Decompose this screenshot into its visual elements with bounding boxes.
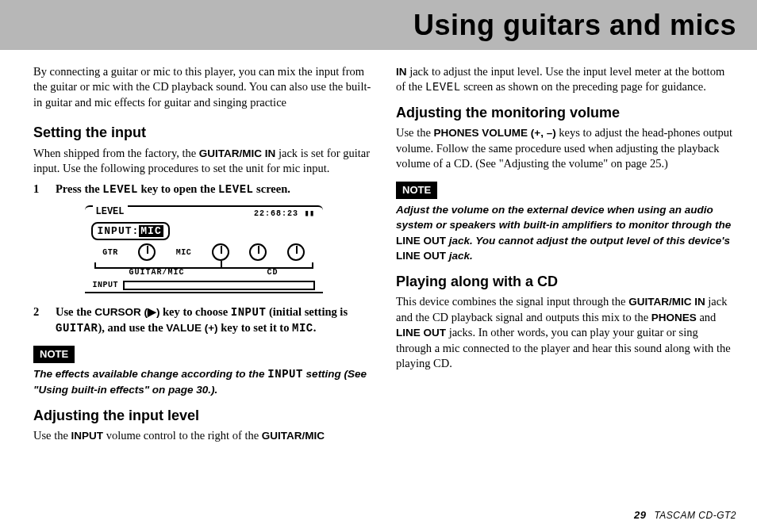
text: This device combines the signal input th… — [396, 295, 628, 308]
step-text: Use the CURSOR (▶) key to choose INPUT (… — [56, 304, 374, 336]
param-label: INPUT — [267, 368, 303, 381]
content-columns: By connecting a guitar or mic to this pl… — [0, 64, 757, 449]
lcd-time: 22:68:23 — [254, 209, 298, 218]
text: Use the — [56, 305, 94, 318]
value-label: GUITAR — [56, 322, 98, 335]
setting-input-paragraph: When shipped from the factory, the GUITA… — [33, 146, 374, 177]
dial-icon — [212, 243, 229, 261]
param-label: INPUT — [231, 306, 267, 319]
intro-paragraph: By connecting a guitar or mic to this pl… — [33, 64, 374, 111]
text: Adjust the volume on the external device… — [396, 204, 731, 232]
key-label: VALUE (+) — [166, 322, 217, 334]
page-header-bar: Using guitars and mics — [0, 0, 757, 50]
heading-adjust-input-level: Adjusting the input level — [33, 406, 374, 425]
lcd-level-meter — [123, 281, 314, 290]
jack-label: GUITAR/MIC IN — [628, 296, 705, 308]
text: Use the — [33, 429, 71, 442]
jack-label: GUITAR/MIC — [262, 430, 325, 442]
steps-list: 1 Press the LEVEL key to open the LEVEL … — [33, 182, 374, 197]
text: (initial setting is — [266, 305, 348, 318]
key-label: CURSOR (▶) — [94, 306, 159, 318]
continuation-paragraph: IN jack to adjust the input level. Use t… — [396, 64, 736, 95]
text: Press the — [56, 182, 102, 195]
text: screen. — [253, 182, 290, 195]
lcd-input-field: INPUT:MIC — [91, 222, 170, 241]
note-body: The effects available change according t… — [33, 366, 374, 398]
text: and — [697, 311, 717, 323]
text: The effects available change according t… — [33, 368, 267, 380]
battery-icon: ▮▮ — [304, 209, 314, 218]
text: key to set it to — [218, 321, 292, 334]
lcd-title: LEVEL — [93, 205, 128, 218]
screen-label: LEVEL — [425, 81, 461, 94]
lcd-screenshot: LEVEL 22:68:23 ▮▮ INPUT:MIC GTR MIC — [85, 204, 323, 296]
text: key to choose — [159, 305, 230, 318]
text: . — [313, 321, 317, 334]
step-number: 2 — [33, 304, 44, 336]
right-column: IN jack to adjust the input level. Use t… — [396, 64, 736, 449]
jack-label: GUITAR/MIC IN — [199, 147, 276, 159]
text: key to open the — [138, 182, 218, 195]
left-gray-stripe — [0, 0, 27, 44]
lcd-input-label: INPUT: — [98, 225, 140, 237]
step-2: 2 Use the CURSOR (▶) key to choose INPUT… — [33, 304, 374, 336]
lcd-guitar-mic-label: GUITAR/MIC — [129, 267, 184, 278]
monitoring-volume-paragraph: Use the PHONES VOLUME (+, –) keys to adj… — [396, 125, 736, 172]
key-label: LEVEL — [102, 183, 138, 196]
text: jack. You cannot adjust the output level… — [446, 235, 730, 247]
text: When shipped from the factory, the — [33, 147, 199, 159]
screen-label: LEVEL — [218, 183, 254, 196]
lcd-gtr-label: GTR — [102, 247, 118, 258]
lcd-input-value: MIC — [139, 225, 163, 237]
left-column: By connecting a guitar or mic to this pl… — [33, 64, 374, 449]
page-title: Using guitars and mics — [21, 6, 736, 45]
text: screen as shown on the preceding page fo… — [461, 80, 706, 93]
playing-along-paragraph: This device combines the signal input th… — [396, 294, 736, 372]
step-text: Press the LEVEL key to open the LEVEL sc… — [56, 182, 374, 197]
steps-list-cont: 2 Use the CURSOR (▶) key to choose INPUT… — [33, 304, 374, 336]
page-footer: 29 TASCAM CD-GT2 — [634, 508, 736, 522]
lcd-bracket — [94, 262, 313, 269]
key-label: PHONES VOLUME (+, –) — [434, 127, 556, 139]
heading-playing-along: Playing along with a CD — [396, 272, 736, 291]
dial-icon — [287, 243, 305, 261]
heading-monitoring-volume: Adjusting the monitoring volume — [396, 103, 736, 122]
lcd-cd-label: CD — [267, 267, 278, 278]
step-1: 1 Press the LEVEL key to open the LEVEL … — [33, 182, 374, 197]
heading-setting-input: Setting the input — [33, 123, 374, 142]
lcd-input-foot: INPUT — [93, 280, 119, 291]
value-label: MIC — [292, 322, 313, 335]
jack-label: LINE OUT — [396, 235, 446, 247]
page-number: 29 — [634, 509, 646, 521]
text: volume control to the right of the — [103, 429, 262, 442]
step-number: 1 — [33, 182, 44, 197]
note-badge: NOTE — [33, 346, 75, 363]
text: jack. — [446, 250, 473, 262]
jack-label: LINE OUT — [396, 327, 446, 339]
text: ), and use the — [98, 321, 166, 334]
dial-icon — [249, 243, 267, 261]
jack-label: LINE OUT — [396, 250, 446, 262]
jack-label: PHONES — [651, 312, 697, 323]
note-body: Adjust the volume on the external device… — [396, 202, 736, 264]
text: Use the — [396, 126, 434, 139]
adjust-level-paragraph: Use the INPUT volume control to the righ… — [33, 428, 374, 444]
text: jacks. In other words, you can play your… — [396, 326, 731, 369]
lcd-mic-label: MIC — [176, 247, 192, 258]
note-badge: NOTE — [396, 182, 437, 199]
dial-icon — [138, 243, 156, 261]
model-label: TASCAM CD-GT2 — [654, 510, 736, 521]
jack-label: IN — [396, 66, 407, 78]
control-label: INPUT — [71, 430, 104, 442]
